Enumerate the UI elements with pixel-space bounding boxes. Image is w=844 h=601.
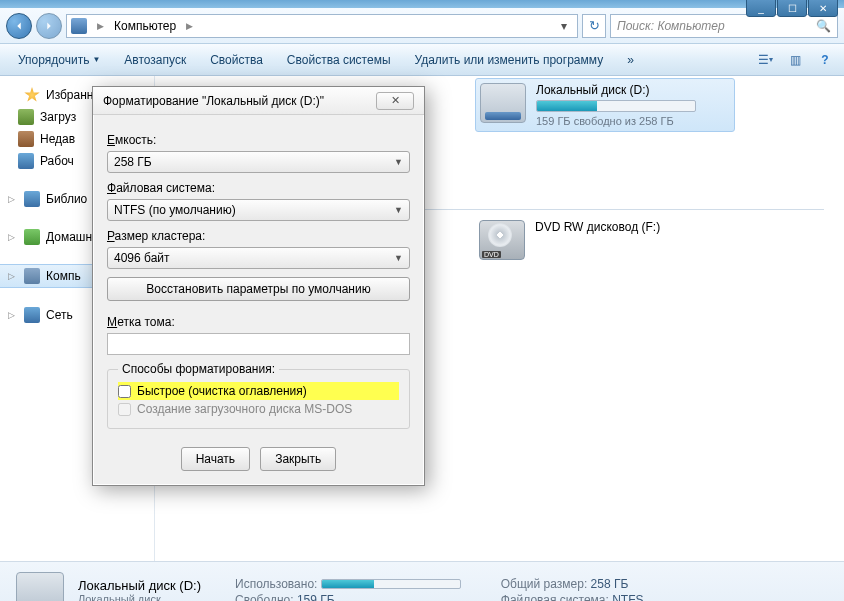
- recent-icon: [18, 131, 34, 147]
- details-total-label: Общий размер:: [501, 577, 587, 591]
- drive-dvd-f[interactable]: DVD DVD RW дисковод (F:): [475, 216, 735, 264]
- navigation-bar: ▶ Компьютер ▶ ▾ ↻ Поиск: Компьютер 🔍: [0, 8, 844, 44]
- volume-label-input[interactable]: [107, 333, 410, 355]
- homegroup-icon: [24, 229, 40, 245]
- start-button[interactable]: Начать: [181, 447, 251, 471]
- network-icon: [24, 307, 40, 323]
- details-usage-bar: [321, 579, 461, 589]
- view-mode-button[interactable]: ☰▾: [754, 50, 776, 70]
- capacity-label: Емкость:: [107, 133, 410, 147]
- filesystem-select[interactable]: NTFS (по умолчанию)▼: [107, 199, 410, 221]
- hdd-icon: [480, 83, 526, 123]
- restore-defaults-button[interactable]: Восстановить параметры по умолчанию: [107, 277, 410, 301]
- toolbar-overflow[interactable]: »: [617, 49, 644, 71]
- details-title: Локальный диск (D:): [78, 578, 201, 593]
- window-titlebar: _ ☐ ✕: [0, 0, 844, 8]
- window-maximize-button[interactable]: ☐: [777, 0, 807, 17]
- refresh-button[interactable]: ↻: [582, 14, 606, 38]
- help-button[interactable]: ?: [814, 50, 836, 70]
- nav-forward-button[interactable]: [36, 13, 62, 39]
- quick-format-checkbox[interactable]: Быстрое (очистка оглавления): [118, 382, 399, 400]
- nav-back-button[interactable]: [6, 13, 32, 39]
- star-icon: [24, 87, 40, 103]
- chevron-right-icon[interactable]: ▶: [91, 21, 110, 31]
- cluster-label: Размер кластера:: [107, 229, 410, 243]
- toolbar-autorun[interactable]: Автозапуск: [114, 49, 196, 71]
- search-placeholder: Поиск: Компьютер: [617, 19, 725, 33]
- details-total-value: 258 ГБ: [591, 577, 629, 591]
- volume-label-label: Метка тома:: [107, 315, 410, 329]
- details-pane: Локальный диск (D:) Локальный диск Испол…: [0, 561, 844, 601]
- preview-pane-button[interactable]: ▥: [784, 50, 806, 70]
- command-toolbar: Упорядочить▼ Автозапуск Свойства Свойств…: [0, 44, 844, 76]
- capacity-select[interactable]: 258 ГБ▼: [107, 151, 410, 173]
- window-close-button[interactable]: ✕: [808, 0, 838, 17]
- dialog-title: Форматирование "Локальный диск (D:)": [103, 94, 376, 108]
- toolbar-organize[interactable]: Упорядочить▼: [8, 49, 110, 71]
- breadcrumb-computer[interactable]: Компьютер: [114, 19, 176, 33]
- hdd-icon: [16, 572, 64, 602]
- cluster-select[interactable]: 4096 байт▼: [107, 247, 410, 269]
- chevron-right-icon[interactable]: ▶: [180, 21, 199, 31]
- drive-local-d[interactable]: Локальный диск (D:) 159 ГБ свободно из 2…: [475, 78, 735, 132]
- window-minimize-button[interactable]: _: [746, 0, 776, 17]
- details-fs-label: Файловая система:: [501, 593, 609, 602]
- msdos-boot-checkbox: Создание загрузочного диска MS-DOS: [118, 400, 399, 418]
- details-used-label: Использовано:: [235, 577, 317, 591]
- format-options-fieldset: Способы форматирования: Быстрое (очистка…: [107, 369, 410, 429]
- address-bar[interactable]: ▶ Компьютер ▶ ▾: [66, 14, 578, 38]
- downloads-icon: [18, 109, 34, 125]
- toolbar-uninstall[interactable]: Удалить или изменить программу: [405, 49, 614, 71]
- drive-name: DVD RW дисковод (F:): [535, 220, 731, 234]
- drive-name: Локальный диск (D:): [536, 83, 730, 97]
- details-free-label: Свободно:: [235, 593, 294, 602]
- details-fs-value: NTFS: [612, 593, 643, 602]
- computer-icon: [24, 268, 40, 284]
- drive-stat: 159 ГБ свободно из 258 ГБ: [536, 115, 730, 127]
- search-input[interactable]: Поиск: Компьютер 🔍: [610, 14, 838, 38]
- address-dropdown[interactable]: ▾: [555, 19, 573, 33]
- desktop-icon: [18, 153, 34, 169]
- details-free-value: 159 ГБ: [297, 593, 335, 602]
- toolbar-properties[interactable]: Свойства: [200, 49, 273, 71]
- close-button[interactable]: Закрыть: [260, 447, 336, 471]
- dialog-close-button[interactable]: ✕: [376, 92, 414, 110]
- drive-usage-bar: [536, 100, 696, 112]
- libraries-icon: [24, 191, 40, 207]
- computer-icon: [71, 18, 87, 34]
- details-subtitle: Локальный диск: [78, 593, 201, 601]
- format-dialog: Форматирование "Локальный диск (D:)" ✕ Е…: [92, 86, 425, 486]
- toolbar-system-properties[interactable]: Свойства системы: [277, 49, 401, 71]
- dvd-icon: DVD: [479, 220, 525, 260]
- search-icon: 🔍: [816, 19, 831, 33]
- filesystem-label: Файловая система:: [107, 181, 410, 195]
- dialog-titlebar[interactable]: Форматирование "Локальный диск (D:)" ✕: [93, 87, 424, 115]
- format-options-legend: Способы форматирования:: [118, 362, 279, 376]
